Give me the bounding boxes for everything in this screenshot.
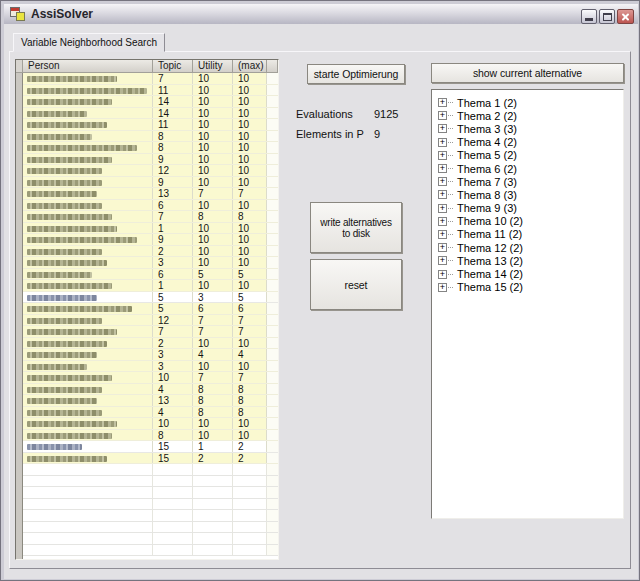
table-row[interactable]: 101010 [23, 418, 278, 430]
tree-item-thema-11[interactable]: +Thema 11 (2) [438, 228, 623, 241]
table-row[interactable]: 655 [23, 269, 278, 281]
max-cell: 5 [233, 292, 267, 303]
table-row[interactable]: 121010 [23, 165, 278, 177]
spacer-cell [267, 303, 278, 314]
elements-in-p-label: Elements in P [296, 128, 364, 140]
table-row[interactable]: 488 [23, 384, 278, 396]
table-row[interactable]: 1388 [23, 395, 278, 407]
tree-item-thema-5[interactable]: +Thema 5 (2) [438, 149, 623, 162]
table-row[interactable]: 1277 [23, 315, 278, 327]
expand-plus-icon[interactable]: + [438, 217, 447, 226]
table-row[interactable]: 21010 [23, 338, 278, 350]
tree-item-thema-6[interactable]: +Thema 6 (2) [438, 162, 623, 175]
expand-plus-icon[interactable]: + [438, 190, 447, 199]
table-row[interactable]: 11010 [23, 280, 278, 292]
topic-cell: 8 [153, 131, 193, 142]
topics-tree[interactable]: +Thema 1 (2)+Thema 2 (2)+Thema 3 (3)+The… [431, 89, 624, 519]
column-header-topic[interactable]: Topic [153, 60, 193, 73]
table-row[interactable]: 1077 [23, 372, 278, 384]
spacer-cell [267, 211, 278, 222]
start-optimization-button[interactable]: starte Optimierung [307, 64, 405, 84]
table-row[interactable]: 61010 [23, 200, 278, 212]
table-row[interactable]: 111010 [23, 119, 278, 131]
table-row[interactable]: 344 [23, 349, 278, 361]
expand-plus-icon[interactable]: + [438, 138, 447, 147]
table-row[interactable]: 141010 [23, 96, 278, 108]
expand-plus-icon[interactable]: + [438, 151, 447, 160]
tree-item-thema-15[interactable]: +Thema 15 (2) [438, 281, 623, 294]
write-alternatives-button[interactable]: write alternatives to disk [310, 202, 402, 253]
topic-cell: 12 [153, 165, 193, 176]
table-row[interactable]: 566 [23, 303, 278, 315]
redacted-person-name [27, 76, 117, 82]
expand-plus-icon[interactable]: + [438, 230, 447, 239]
table-row[interactable]: 81010 [23, 430, 278, 442]
topic-cell: 6 [153, 269, 193, 280]
column-header-person[interactable]: Person [23, 60, 153, 73]
expand-plus-icon[interactable]: + [438, 98, 447, 107]
expand-plus-icon[interactable]: + [438, 283, 447, 292]
grid-body: 7101011101014101014101011101081010810109… [23, 73, 278, 556]
assignments-grid[interactable]: PersonTopicUtility(max) 7101011101014101… [15, 59, 279, 560]
table-row[interactable]: 91010 [23, 177, 278, 189]
column-header-max[interactable]: (max) [233, 60, 267, 73]
table-row[interactable]: 71010 [23, 73, 278, 85]
table-row[interactable]: 21010 [23, 246, 278, 258]
tree-item-thema-8[interactable]: +Thema 8 (3) [438, 188, 623, 201]
tree-item-thema-9[interactable]: +Thema 9 (3) [438, 202, 623, 215]
column-header-utility[interactable]: Utility [193, 60, 233, 73]
utility-cell: 10 [193, 418, 233, 429]
table-row[interactable]: 1377 [23, 188, 278, 200]
tree-item-thema-1[interactable]: +Thema 1 (2) [438, 96, 623, 109]
redacted-person-name [27, 272, 92, 278]
title-bar[interactable]: AssiSolver [4, 4, 638, 25]
table-row[interactable]: 777 [23, 326, 278, 338]
tree-item-thema-10[interactable]: +Thema 10 (2) [438, 215, 623, 228]
empty-row [23, 499, 278, 511]
table-row[interactable]: 1522 [23, 453, 278, 465]
tree-item-thema-2[interactable]: +Thema 2 (2) [438, 109, 623, 122]
tree-item-thema-12[interactable]: +Thema 12 (2) [438, 241, 623, 254]
tree-item-thema-3[interactable]: +Thema 3 (3) [438, 122, 623, 135]
spacer-cell [267, 223, 278, 234]
tab-variable-neighborhood-search[interactable]: Variable Neighborhood Search [13, 33, 165, 52]
tree-item-thema-13[interactable]: +Thema 13 (2) [438, 254, 623, 267]
expand-plus-icon[interactable]: + [438, 270, 447, 279]
table-row[interactable]: 141010 [23, 108, 278, 120]
topic-cell: 11 [153, 85, 193, 96]
table-row[interactable]: 111010 [23, 85, 278, 97]
show-current-alternative-button[interactable]: show current alternative [431, 63, 624, 83]
minimize-button[interactable] [581, 9, 597, 24]
expand-plus-icon[interactable]: + [438, 111, 447, 120]
expand-plus-icon[interactable]: + [438, 256, 447, 265]
tree-item-thema-4[interactable]: +Thema 4 (2) [438, 136, 623, 149]
spacer-cell [267, 119, 278, 130]
table-row[interactable]: 488 [23, 407, 278, 419]
table-row[interactable]: 535 [23, 292, 278, 304]
table-row[interactable]: 81010 [23, 142, 278, 154]
table-row[interactable]: 11010 [23, 223, 278, 235]
reset-button[interactable]: reset [310, 259, 402, 310]
tree-item-label: Thema 3 (3) [457, 123, 517, 135]
tree-item-thema-7[interactable]: +Thema 7 (3) [438, 175, 623, 188]
table-row[interactable]: 1512 [23, 441, 278, 453]
table-row[interactable]: 91010 [23, 154, 278, 166]
table-row[interactable]: 81010 [23, 131, 278, 143]
tree-item-thema-14[interactable]: +Thema 14 (2) [438, 267, 623, 280]
person-cell [23, 142, 153, 153]
maximize-button[interactable] [599, 9, 615, 24]
expand-plus-icon[interactable]: + [438, 204, 447, 213]
expand-plus-icon[interactable]: + [438, 177, 447, 186]
expand-plus-icon[interactable]: + [438, 243, 447, 252]
table-row[interactable]: 91010 [23, 234, 278, 246]
max-cell: 10 [233, 119, 267, 130]
table-row[interactable]: 788 [23, 211, 278, 223]
spacer-cell [267, 395, 278, 406]
expand-plus-icon[interactable]: + [438, 164, 447, 173]
close-button[interactable] [617, 9, 634, 24]
table-row[interactable]: 31010 [23, 361, 278, 373]
table-row[interactable]: 31010 [23, 257, 278, 269]
redacted-person-name [27, 237, 137, 243]
expand-plus-icon[interactable]: + [438, 124, 447, 133]
person-cell [23, 326, 153, 337]
